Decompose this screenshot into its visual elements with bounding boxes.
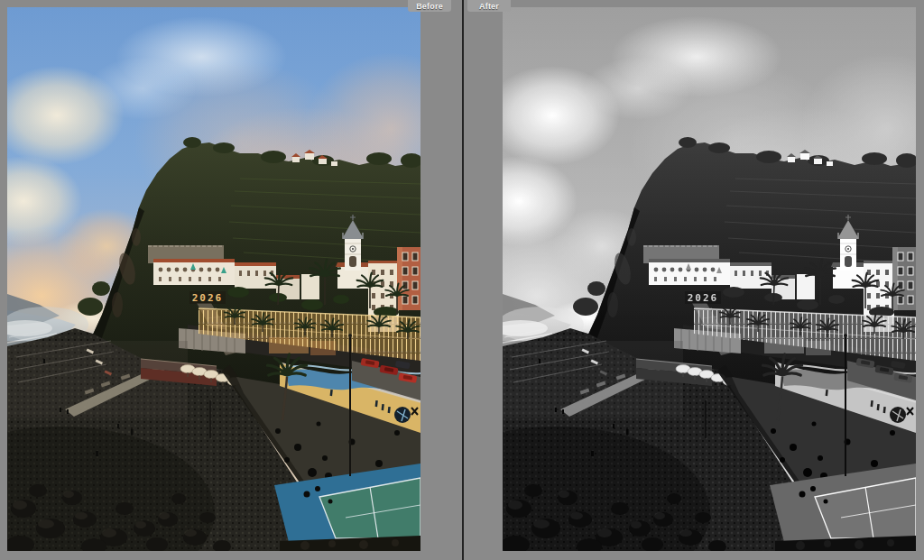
before-photo-pane[interactable] — [7, 7, 420, 551]
before-photo — [7, 7, 420, 551]
after-photo-pane[interactable] — [503, 7, 916, 551]
before-after-workspace: 2026 — [0, 0, 924, 560]
tab-before-label: Before — [416, 2, 443, 11]
after-photo — [503, 7, 916, 551]
tab-after-label: After — [479, 2, 499, 11]
pane-divider[interactable] — [462, 0, 464, 560]
tab-after[interactable]: After — [467, 0, 511, 12]
tab-before[interactable]: Before — [408, 0, 451, 12]
